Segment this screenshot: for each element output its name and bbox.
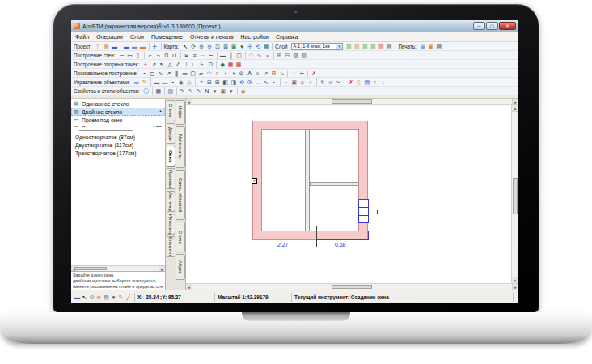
wall-double-icon[interactable]: ≍ — [183, 52, 191, 59]
send-back-icon[interactable]: ▬ — [161, 78, 169, 86]
line-icon[interactable]: ╱ — [125, 293, 132, 302]
stretch-icon[interactable]: ↔ — [254, 78, 262, 86]
menu-item[interactable]: Помещение — [151, 34, 183, 40]
free-arc-icon[interactable]: ◠ — [205, 70, 213, 77]
pencil-icon[interactable]: ✎ — [117, 293, 125, 302]
side-tab[interactable]: Окна — [167, 146, 175, 167]
distribute-h-icon[interactable]: ⊟ — [205, 78, 214, 86]
scroll-left-icon[interactable]: ◂ — [186, 284, 192, 290]
pen-red-icon[interactable]: ✎ — [179, 87, 187, 95]
pan-icon[interactable]: ✛ — [246, 43, 254, 50]
layer-copy-icon[interactable]: ▥ — [353, 43, 361, 50]
save-icon[interactable]: ▬ — [74, 293, 81, 302]
cursor-tool-icon[interactable]: ↖ — [181, 43, 189, 50]
delete-shape-icon[interactable]: ✗ — [310, 70, 318, 77]
zoom-extents-icon[interactable]: ⊠ — [222, 43, 230, 50]
layer-down-icon[interactable]: ▥ — [369, 43, 377, 50]
scroll-down-icon[interactable]: ▾ — [512, 277, 518, 283]
link-icon[interactable]: ∞ — [327, 78, 335, 86]
open-project-icon[interactable]: ▦ — [103, 43, 111, 50]
print-icon[interactable]: ▤ — [435, 43, 443, 50]
scroll-thumb[interactable] — [74, 267, 107, 270]
panel-list-item[interactable]: ▭ Проем под окно — [71, 116, 165, 124]
zoom-icon[interactable]: ⊕ — [95, 293, 103, 302]
snap-grid-icon[interactable]: ▦ — [226, 61, 235, 68]
erase-icon[interactable]: ▯ — [355, 78, 363, 86]
arrow-down-icon[interactable]: ↓ — [379, 78, 387, 86]
window-object[interactable] — [358, 199, 369, 223]
save-as-icon[interactable]: ▬ — [123, 43, 131, 50]
side-tab[interactable]: Двери — [167, 123, 175, 144]
scroll-left-icon[interactable]: ◂ — [186, 99, 192, 104]
canvas-vscrollbar[interactable]: ▴ ▾ — [511, 105, 518, 283]
wall-triple-icon[interactable]: ≡ — [191, 52, 199, 59]
crosshair-icon[interactable]: ✛ — [298, 70, 306, 77]
backup-project-icon[interactable]: ▬ — [139, 43, 147, 50]
free-ray-icon[interactable]: ↗ — [261, 70, 269, 77]
paste-object-icon[interactable]: ▣ — [290, 78, 298, 86]
free-parallelogram-icon[interactable]: ▱ — [197, 70, 205, 77]
grid-points-icon[interactable]: ▩ — [235, 61, 243, 68]
mirror-h-icon[interactable]: ◧ — [222, 78, 230, 86]
maximize-button[interactable]: ▢ — [486, 22, 498, 30]
wall-u-up-icon[interactable]: ⊓ — [163, 52, 171, 59]
menu-item[interactable]: Операции — [96, 34, 123, 40]
ref-line-ne-icon[interactable]: ↗ — [150, 61, 158, 68]
zoom-window-icon[interactable]: ⊡ — [214, 43, 222, 50]
pen-blue-icon[interactable]: ✎ — [195, 87, 203, 95]
node-icon[interactable]: ▪ — [270, 78, 278, 86]
ref-ortho-icon[interactable]: ∟ — [190, 61, 198, 68]
interior-wall-vertical[interactable] — [305, 129, 310, 231]
wall-box-icon[interactable]: ◫ — [235, 52, 243, 59]
hatch-icon[interactable]: ▨ — [167, 87, 175, 95]
save-project-icon[interactable]: ▬ — [111, 43, 119, 50]
panel-list-item[interactable]: ▥ Двойное стекло * — [71, 108, 165, 116]
ref-line-nw-icon[interactable]: ↖ — [158, 61, 166, 68]
menu-item[interactable]: Справка — [276, 34, 298, 40]
wall-round-icon[interactable]: ◗ — [264, 52, 272, 59]
side-tab[interactable]: Елементы — [167, 236, 175, 257]
side-tab[interactable]: Стены — [167, 100, 175, 121]
free-diagonal-icon[interactable]: ↘ — [277, 70, 285, 77]
wall-dashed-icon[interactable]: ╌ — [207, 52, 215, 59]
window-type-option[interactable]: Одностворчатое (87см) — [71, 133, 165, 142]
move-up-icon[interactable]: ↑ — [290, 70, 298, 77]
ring-icon[interactable]: ◎ — [185, 78, 193, 86]
wave-icon[interactable]: ∿ — [262, 78, 270, 86]
ref-perpendicular-icon[interactable]: ⊥ — [182, 61, 190, 68]
info-icon[interactable]: ⓘ — [142, 87, 150, 95]
side-tab[interactable]: Материалы — [176, 126, 185, 168]
panel-scrollbar[interactable]: ◂ ▸ — [71, 265, 165, 271]
move-project-icon[interactable]: ✛ — [151, 43, 159, 50]
wall-corner-nw-icon[interactable]: ⌐ — [146, 52, 154, 59]
arrow-up-icon[interactable]: ↑ — [371, 78, 379, 86]
free-rounded-rect-icon[interactable]: ▢ — [188, 70, 197, 77]
save-copy-icon[interactable]: ▬ — [131, 43, 139, 50]
drawing-canvas[interactable]: × 2.27 0.68 — [186, 105, 511, 283]
background-image-icon[interactable]: ▣ — [230, 43, 238, 50]
side-tab[interactable]: Абрис — [176, 254, 185, 280]
print-preview-icon[interactable]: ≣ — [419, 43, 427, 50]
scroll-up-icon[interactable]: ▴ — [512, 105, 518, 112]
free-polygon-icon[interactable]: ⌂ — [253, 70, 261, 77]
wall-curve-icon[interactable]: ∿ — [256, 52, 264, 59]
wall-u-down-icon[interactable]: ⊔ — [171, 52, 179, 59]
zoom-out-icon[interactable]: ⊖ — [205, 43, 214, 50]
interior-wall-horizontal[interactable] — [310, 182, 359, 186]
scroll-right-icon[interactable]: ▸ — [159, 266, 165, 271]
side-tab[interactable]: Проемы — [167, 168, 175, 189]
side-tab[interactable]: Связь областей — [176, 170, 185, 220]
cut-icon[interactable]: ✂ — [335, 78, 343, 86]
new-project-icon[interactable]: ▯ — [95, 43, 103, 50]
rotate-icon[interactable]: ⟲ — [88, 293, 95, 302]
free-circle-icon[interactable]: ○ — [213, 70, 221, 77]
grid-icon[interactable]: ▦ — [262, 43, 270, 50]
wall-merge-icon[interactable]: ⊞ — [276, 52, 284, 59]
minimize-button[interactable]: ─ — [473, 22, 485, 30]
canvas-hscrollbar-bottom[interactable]: ◂ ▸ — [186, 283, 518, 290]
paper-format-icon[interactable]: ▤ — [385, 43, 393, 50]
circle-object-icon[interactable]: ○ — [307, 78, 315, 86]
rotate-view-icon[interactable]: ⟳ — [189, 43, 197, 50]
ref-frame-icon[interactable]: ⊓ — [206, 61, 214, 68]
cursor-icon[interactable]: ↖ — [81, 293, 88, 302]
